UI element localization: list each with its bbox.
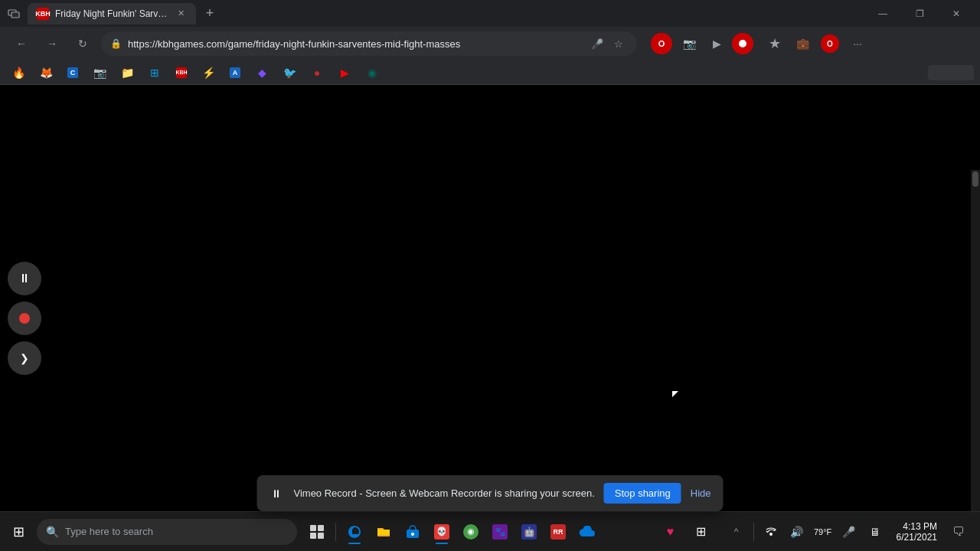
svg-rect-4 bbox=[310, 533, 316, 539]
play-icon[interactable]: ▶ bbox=[704, 31, 729, 56]
scrollbar-thumb[interactable] bbox=[972, 171, 978, 187]
c-icon: C bbox=[67, 67, 78, 78]
sys-tray-expand[interactable]: ^ bbox=[724, 520, 749, 544]
search-bar[interactable]: 🔍 Type here to search bbox=[37, 519, 297, 545]
taskbar-store[interactable] bbox=[399, 518, 426, 546]
pause-button[interactable]: ⏸ bbox=[8, 262, 41, 295]
browser-frame: KBH Friday Night Funkin' Sarvente's ✕ + … bbox=[0, 0, 980, 85]
tab-close-button[interactable]: ✕ bbox=[175, 8, 187, 20]
svg-point-8 bbox=[769, 533, 773, 536]
title-bar-left: KBH Friday Night Funkin' Sarvente's ✕ + bbox=[6, 3, 220, 24]
bookmark-circle-red[interactable]: ● bbox=[305, 64, 329, 82]
main-content: ⏸ ❯ ⏸ Vimeo Record - Screen & Webcam Rec… bbox=[0, 85, 980, 551]
bookmarks-bar: 🔥 🦊 C 📷 📁 ⊞ KBH ⚡ A ◆ 🐦 bbox=[0, 60, 980, 85]
left-controls: ⏸ ❯ bbox=[8, 262, 41, 375]
taskbar-explorer[interactable] bbox=[370, 518, 397, 546]
bookmark-windows[interactable]: ⊞ bbox=[142, 64, 167, 82]
address-icons: 🎤 ☆ bbox=[588, 34, 628, 53]
taskbar-right: ♥ ⊞ ^ 🔊 79°F 🎤 🖥 4:13 PM 6/21/2021 🗨 bbox=[657, 518, 977, 546]
chevron-button[interactable]: ❯ bbox=[8, 341, 41, 375]
taskbar-extra-icons: ♥ ⊞ bbox=[657, 518, 715, 546]
windows-icon: ⊞ bbox=[149, 67, 161, 79]
bookmark-c[interactable]: C bbox=[61, 64, 84, 82]
close-button[interactable]: ✕ bbox=[939, 0, 974, 27]
reload-button[interactable]: ↻ bbox=[70, 31, 95, 56]
collections-icon[interactable]: ★ bbox=[763, 31, 787, 56]
profile-button[interactable]: O bbox=[649, 31, 674, 56]
bookmark-youtube[interactable]: ▶ bbox=[332, 64, 357, 82]
camera-bk-icon: 📷 bbox=[93, 67, 106, 79]
record-dot-icon bbox=[19, 313, 30, 324]
start-button[interactable]: ⊞ bbox=[3, 517, 34, 547]
folder-bk-icon: 📁 bbox=[121, 67, 133, 79]
scrollbar[interactable] bbox=[971, 170, 980, 551]
address-text: https://kbhgames.com/game/friday-night-f… bbox=[128, 38, 582, 50]
forward-button[interactable]: → bbox=[40, 31, 64, 56]
youtube-icon: ▶ bbox=[338, 67, 351, 79]
mouse-cursor bbox=[672, 391, 688, 406]
clock[interactable]: 4:13 PM 6/21/2021 bbox=[890, 521, 943, 543]
active-tab[interactable]: KBH Friday Night Funkin' Sarvente's ✕ bbox=[28, 3, 196, 24]
minimize-button[interactable]: — bbox=[865, 0, 900, 27]
microphone-icon[interactable]: 🎤 bbox=[588, 34, 606, 53]
heart-icon[interactable]: ♥ bbox=[657, 518, 684, 546]
bookmark-twitter[interactable]: 🐦 bbox=[277, 64, 302, 82]
bookmark-diamond[interactable]: ◆ bbox=[250, 64, 274, 82]
notification-button[interactable]: 🗨 bbox=[946, 520, 971, 544]
a-icon: A bbox=[230, 67, 240, 78]
new-tab-button[interactable]: + bbox=[199, 3, 220, 24]
taskbar-paw[interactable]: 🐾 bbox=[486, 518, 514, 546]
circle-red-icon: ● bbox=[311, 67, 323, 79]
search-icon: 🔍 bbox=[46, 526, 59, 538]
twitter-icon: 🐦 bbox=[283, 67, 296, 79]
taskbar-task-view[interactable] bbox=[303, 518, 331, 546]
taskbar-robot[interactable]: 🤖 bbox=[515, 518, 543, 546]
svg-point-7 bbox=[411, 533, 414, 536]
teal-icon: ◉ bbox=[366, 67, 378, 79]
search-placeholder-text: Type here to search bbox=[65, 526, 153, 537]
nav-right-icons: O 📷 ▶ ★ 💼 O ··· bbox=[649, 31, 870, 56]
kbh-icon: KBH bbox=[176, 67, 187, 78]
record-button[interactable] bbox=[8, 302, 41, 335]
bookmark-fox[interactable]: 🦊 bbox=[34, 64, 58, 82]
bookmark-camera[interactable]: 📷 bbox=[87, 64, 112, 82]
bookmark-bolt[interactable]: ⚡ bbox=[196, 64, 220, 82]
stop-sharing-button[interactable]: Stop sharing bbox=[604, 483, 681, 504]
sharing-bar: ⏸ Vimeo Record - Screen & Webcam Recorde… bbox=[256, 475, 723, 511]
back-button[interactable]: ← bbox=[9, 31, 34, 56]
taskbar-onedrive[interactable] bbox=[573, 518, 601, 546]
network-icon[interactable] bbox=[759, 520, 783, 544]
bookmark-folder[interactable]: 📁 bbox=[115, 64, 139, 82]
bookmark-star-icon[interactable]: ☆ bbox=[609, 34, 628, 53]
window-controls: — ❐ ✕ bbox=[865, 0, 974, 27]
screen-icon[interactable]: 🖥 bbox=[863, 520, 887, 544]
chevron-icon: ❯ bbox=[20, 352, 29, 364]
svg-rect-2 bbox=[310, 525, 316, 531]
sound-icon[interactable]: 🔊 bbox=[785, 520, 809, 544]
taskbar-edge[interactable] bbox=[341, 518, 368, 546]
nav-bar: ← → ↻ 🔒 https://kbhgames.com/game/friday… bbox=[0, 27, 980, 60]
more-button[interactable]: ··· bbox=[845, 31, 870, 56]
taskbar: ⊞ 🔍 Type here to search 💀 ◉ bbox=[0, 511, 980, 551]
hide-button[interactable]: Hide bbox=[691, 487, 711, 499]
bookmark-teal[interactable]: ◉ bbox=[360, 64, 384, 82]
recording-dot-inner bbox=[739, 40, 746, 47]
taskbar-rr[interactable]: RR bbox=[544, 518, 572, 546]
grid-icon[interactable]: ⊞ bbox=[688, 518, 715, 546]
mic-icon[interactable]: 🎤 bbox=[837, 520, 861, 544]
bookmark-a[interactable]: A bbox=[224, 64, 247, 82]
maximize-button[interactable]: ❐ bbox=[902, 0, 937, 27]
wallet-icon[interactable]: 💼 bbox=[790, 31, 815, 56]
profile2-button[interactable]: O bbox=[818, 31, 842, 56]
lock-icon: 🔒 bbox=[110, 38, 122, 49]
taskbar-game2[interactable]: ◉ bbox=[457, 518, 485, 546]
bookmark-fire[interactable]: 🔥 bbox=[6, 64, 31, 82]
address-bar[interactable]: 🔒 https://kbhgames.com/game/friday-night… bbox=[101, 31, 637, 56]
bookmark-kbh[interactable]: KBH bbox=[170, 64, 193, 82]
temperature-display: 79°F bbox=[811, 520, 835, 544]
camera-icon[interactable]: 📷 bbox=[677, 31, 701, 56]
pause-icon: ⏸ bbox=[18, 272, 31, 285]
taskbar-game1[interactable]: 💀 bbox=[428, 518, 456, 546]
tab-title: Friday Night Funkin' Sarvente's bbox=[55, 8, 168, 19]
taskbar-separator-1 bbox=[335, 523, 336, 541]
